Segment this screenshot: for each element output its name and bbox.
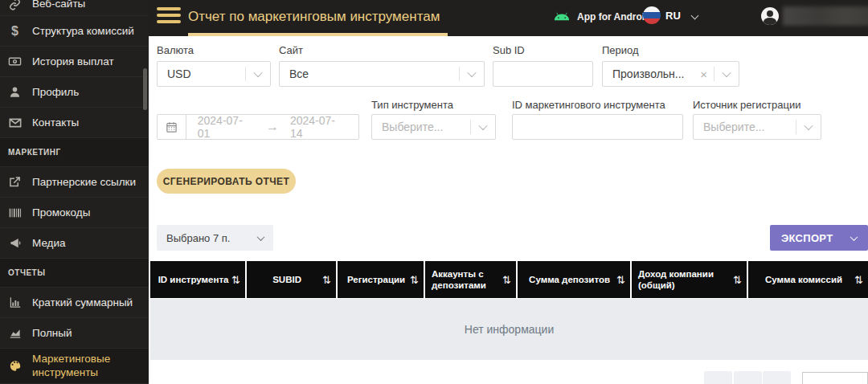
sidebar-item-label: Контакты xyxy=(32,116,79,129)
sidebar-item-profile[interactable]: Профиль xyxy=(0,77,149,108)
language-selector[interactable]: RU xyxy=(643,6,698,24)
sidebar-item-label: Структура комиссий xyxy=(32,25,134,37)
calendar-icon[interactable] xyxy=(158,115,186,139)
main-content: Отчет по маркетинговым инструментам App … xyxy=(149,0,868,384)
user-name-blurred xyxy=(783,6,868,26)
currency-label: Валюта xyxy=(157,44,194,56)
sidebar: Веб-сайты $ Структура комиссий История в… xyxy=(0,0,149,384)
sidebar-item-websites[interactable]: Веб-сайты xyxy=(0,0,149,16)
user-account[interactable] xyxy=(761,6,868,26)
chevron-down-icon xyxy=(690,11,698,19)
period-label: Период xyxy=(602,44,639,56)
link-icon xyxy=(8,0,22,11)
pagination-button-first[interactable] xyxy=(704,371,732,384)
sidebar-item-partner-links[interactable]: Партнерские ссылки xyxy=(0,167,149,198)
currency-select[interactable]: USD xyxy=(157,61,271,87)
external-link-icon xyxy=(8,175,22,189)
sidebar-item-media[interactable]: Медиа xyxy=(0,228,149,259)
columns-selected-label: Выбрано 7 п. xyxy=(166,232,230,244)
chevron-down-icon[interactable] xyxy=(471,124,495,130)
export-button[interactable]: ЭКСПОРТ xyxy=(770,225,868,251)
sidebar-item-label: Партнерские ссылки xyxy=(32,176,136,188)
sidebar-item-payout-history[interactable]: История выплат xyxy=(0,47,149,77)
tool-type-select[interactable]: Выберите... xyxy=(371,114,496,140)
language-code: RU xyxy=(665,10,681,22)
sort-icon[interactable]: ⇅ xyxy=(322,274,331,286)
period-value: Произвольн... xyxy=(603,67,694,80)
clear-icon[interactable]: × xyxy=(694,67,714,81)
bar-chart-icon xyxy=(8,296,22,309)
sidebar-section-reports: ОТЧЕТЫ xyxy=(0,259,149,288)
sidebar-item-label: Профиль xyxy=(32,86,79,98)
barcode-icon xyxy=(8,206,22,219)
sidebar-section-label: МАРКЕТИНГ xyxy=(8,148,61,157)
tool-type-label: Тип инструмента xyxy=(371,99,453,111)
hamburger-menu-icon[interactable] xyxy=(157,7,181,27)
area-chart-icon xyxy=(8,326,22,340)
sort-icon[interactable]: ⇅ xyxy=(854,274,863,286)
title-underline xyxy=(188,33,448,36)
date-to[interactable]: 2024-07-14 xyxy=(279,114,358,140)
sidebar-section-marketing: МАРКЕТИНГ xyxy=(0,138,149,167)
report-table: ID инструмента ⇅ SUBID ⇅ Регистрации ⇅ А… xyxy=(150,261,868,360)
chevron-down-icon[interactable] xyxy=(796,124,821,130)
column-header-subid[interactable]: SUBID ⇅ xyxy=(247,261,336,298)
envelope-icon xyxy=(8,116,22,129)
sort-icon[interactable]: ⇅ xyxy=(616,274,625,286)
megaphone-icon xyxy=(8,236,22,250)
android-icon xyxy=(553,10,571,24)
period-select[interactable]: Произвольн... × xyxy=(602,61,739,87)
sidebar-item-brief-summary[interactable]: Краткий суммарный xyxy=(0,288,149,318)
top-bar: Отчет по маркетинговым инструментам App … xyxy=(149,0,868,36)
column-header-company-income[interactable]: Доход компании (общий) ⇅ xyxy=(632,261,747,298)
sidebar-item-commission-structure[interactable]: $ Структура комиссий xyxy=(0,16,149,47)
chevron-down-icon[interactable] xyxy=(460,71,484,77)
sort-icon[interactable]: ⇅ xyxy=(733,274,742,286)
subid-label: Sub ID xyxy=(493,44,525,56)
sort-icon[interactable]: ⇅ xyxy=(502,274,511,286)
sidebar-item-promocodes[interactable]: Промокоды xyxy=(0,198,149,228)
sidebar-item-label: Веб-сайты xyxy=(32,0,85,10)
site-value: Все xyxy=(280,67,459,80)
pagination-button-next[interactable] xyxy=(763,371,791,384)
tool-id-input[interactable] xyxy=(513,115,682,139)
page-size-select[interactable] xyxy=(802,372,868,384)
generate-report-button[interactable]: СГЕНЕРИРОВАТЬ ОТЧЕТ xyxy=(157,169,296,194)
sidebar-item-label: Медиа xyxy=(32,237,66,249)
column-header-tool-id[interactable]: ID инструмента ⇅ xyxy=(150,261,245,298)
columns-selected-dropdown[interactable]: Выбрано 7 п. xyxy=(157,225,273,251)
sidebar-scrollbar[interactable] xyxy=(143,68,147,110)
russia-flag-icon xyxy=(643,6,661,24)
site-select[interactable]: Все xyxy=(279,61,485,87)
arrow-right-icon: → xyxy=(266,120,279,134)
sort-icon[interactable]: ⇅ xyxy=(231,274,240,286)
sidebar-item-marketing-tools[interactable]: Маркетинговые инструменты xyxy=(0,349,149,384)
reg-source-label: Источник регистрации xyxy=(693,99,800,111)
chevron-down-icon xyxy=(850,233,858,241)
sidebar-section-label: ОТЧЕТЫ xyxy=(8,268,45,277)
column-header-deposit-sum[interactable]: Сумма депозитов ⇅ xyxy=(518,261,630,298)
site-label: Сайт xyxy=(279,44,303,56)
date-range-picker[interactable]: 2024-07-01 → 2024-07-14 xyxy=(157,114,359,140)
date-from[interactable]: 2024-07-01 xyxy=(186,114,266,140)
column-header-commission-sum[interactable]: Сумма комиссий ⇅ xyxy=(748,261,868,298)
chevron-down-icon xyxy=(257,233,265,241)
sidebar-item-contacts[interactable]: Контакты xyxy=(0,108,149,138)
subid-field xyxy=(493,61,593,87)
subid-input[interactable] xyxy=(493,62,592,86)
chevron-down-icon[interactable] xyxy=(714,71,739,77)
chevron-down-icon[interactable] xyxy=(246,71,270,77)
column-header-registrations[interactable]: Регистрации ⇅ xyxy=(338,261,424,298)
empty-message: Нет информации xyxy=(465,323,554,336)
sidebar-item-full-report[interactable]: Полный xyxy=(0,318,149,349)
table-empty-state: Нет информации xyxy=(150,299,868,360)
tool-id-field xyxy=(512,114,683,140)
pagination-button-prev[interactable] xyxy=(734,371,762,384)
sidebar-item-label: Краткий суммарный xyxy=(32,296,133,308)
page-title: Отчет по маркетинговым инструментам xyxy=(188,9,440,25)
palette-icon xyxy=(8,359,22,373)
reg-source-select[interactable]: Выберите... xyxy=(693,114,821,140)
column-header-deposit-accounts[interactable]: Аккаунты с депозитами ⇅ xyxy=(425,261,516,298)
tool-id-label: ID маркетингового инструмента xyxy=(512,99,665,111)
sort-icon[interactable]: ⇅ xyxy=(410,274,419,286)
